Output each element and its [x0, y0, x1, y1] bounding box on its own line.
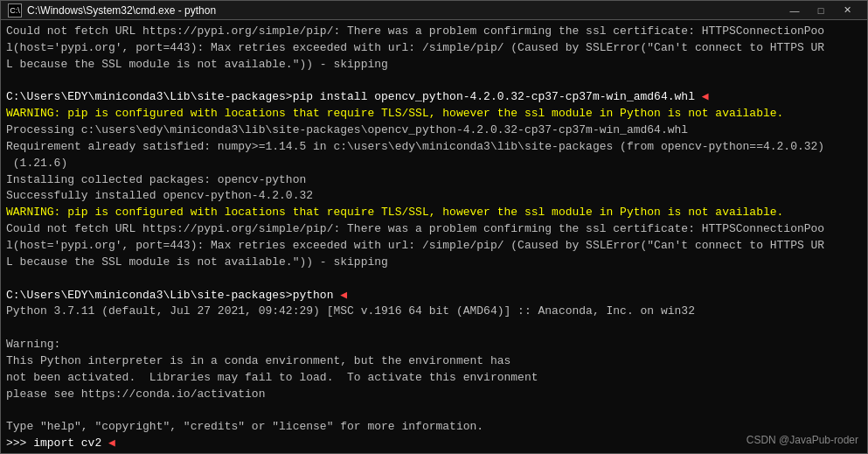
title-bar-controls: — □ ✕	[781, 3, 860, 18]
minimize-button[interactable]: —	[781, 3, 808, 18]
line-7: Processing c:\users\edy\miniconda3\lib\s…	[6, 122, 862, 139]
line-18: Python 3.7.11 (default, Jul 27 2021, 09:…	[6, 304, 862, 320]
line-8: Requirement already satisfied: numpy>=1.…	[6, 139, 862, 156]
title-bar: C:\ C:\Windows\System32\cmd.exe - python…	[1, 1, 867, 20]
line-24	[6, 402, 862, 419]
line-16	[6, 271, 862, 288]
line-21: This Python interpreter is in a conda en…	[6, 353, 862, 370]
window-title: C:\Windows\System32\cmd.exe - python	[27, 4, 216, 17]
line-20: Warning:	[6, 337, 862, 353]
line-25: Type "help", "copyright", "credits" or "…	[6, 419, 862, 436]
line-17: C:\Users\EDY\miniconda3\Lib\site-package…	[6, 288, 862, 304]
line-3: L because the SSL module is not availabl…	[6, 57, 862, 73]
close-button[interactable]: ✕	[834, 3, 860, 18]
line-9: (1.21.6)	[6, 156, 862, 172]
line-22: not been activated. Libraries may fail t…	[6, 370, 862, 387]
title-bar-left: C:\ C:\Windows\System32\cmd.exe - python	[8, 3, 216, 17]
line-23: please see https://conda.io/activation	[6, 387, 862, 403]
line-13: Could not fetch URL https://pypi.org/sim…	[6, 221, 862, 238]
window: C:\ C:\Windows\System32\cmd.exe - python…	[0, 0, 868, 454]
line-10: Installing collected packages: opencv-py…	[6, 172, 862, 189]
line-4	[6, 73, 862, 90]
line-27: >>>	[6, 452, 862, 453]
line-19	[6, 320, 862, 337]
line-15: L because the SSL module is not availabl…	[6, 255, 862, 271]
arrow-1: ◀	[702, 90, 709, 103]
maximize-button[interactable]: □	[808, 3, 834, 18]
terminal-body: Could not fetch URL https://pypi.org/sim…	[1, 20, 867, 453]
line-1: Could not fetch URL https://pypi.org/sim…	[6, 24, 862, 40]
arrow-2: ◀	[340, 289, 347, 302]
line-26: >>> import cv2 ◀	[6, 436, 862, 452]
arrow-3: ◀	[108, 437, 115, 450]
line-2: l(host='pypi.org', port=443): Max retrie…	[6, 40, 862, 57]
line-14: l(host='pypi.org', port=443): Max retrie…	[6, 238, 862, 255]
line-11: Successfully installed opencv-python-4.2…	[6, 188, 862, 205]
line-5: C:\Users\EDY\miniconda3\Lib\site-package…	[6, 89, 862, 106]
cmd-icon: C:\	[8, 3, 22, 17]
line-12: WARNING: pip is configured with location…	[6, 205, 862, 221]
line-6: WARNING: pip is configured with location…	[6, 106, 862, 122]
watermark: CSDN @JavaPub-roder	[746, 433, 858, 448]
